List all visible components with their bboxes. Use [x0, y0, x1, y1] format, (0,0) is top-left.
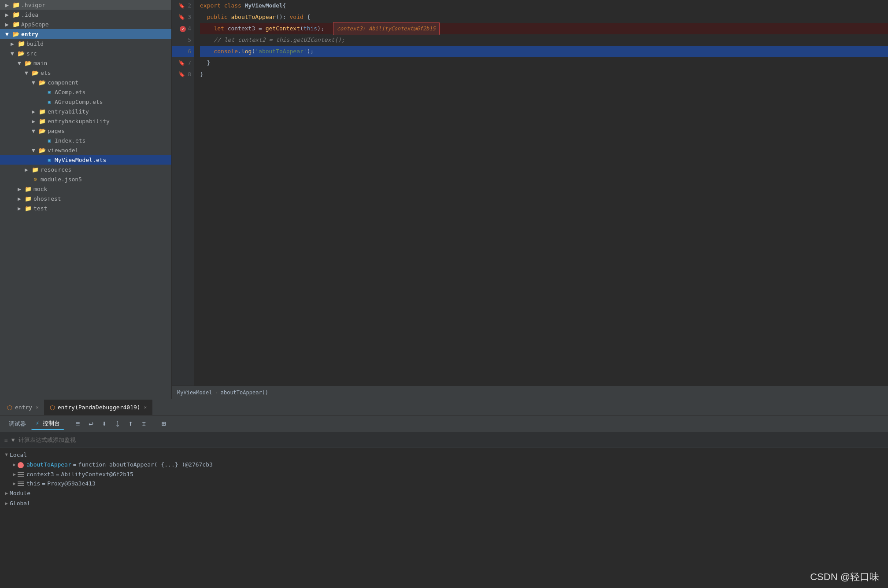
- console-icon: ⚡: [36, 420, 39, 426]
- sidebar-item-label: .hvigor: [21, 2, 45, 8]
- token-ctx3: context3: [228, 23, 255, 34]
- toolbar-separator-2: [154, 419, 154, 428]
- token-close2: }: [200, 69, 204, 80]
- main-area: ▶ 📁 .hvigor ▶ 📁 .idea ▶ 📁 AppScope ▼ 📂 e…: [0, 0, 888, 399]
- btn-table-view[interactable]: ⊞: [158, 418, 170, 430]
- sidebar-item-ets[interactable]: ▼ 📂 ets: [0, 68, 171, 77]
- sidebar-item-modulejson[interactable]: ⚙ module.json5: [0, 174, 171, 184]
- sidebar-item-entrybackupability[interactable]: ▶ 📁 entrybackupability: [0, 116, 171, 126]
- var-item-aboutToAppear[interactable]: ▶ aboutToAppear = function aboutToAppear…: [0, 460, 888, 470]
- debugger-tab-label: 调试器: [9, 420, 26, 427]
- spacer-icon: [37, 156, 44, 163]
- console-tab[interactable]: ⚡ 控制台: [31, 418, 64, 430]
- console-tab-label: 控制台: [43, 420, 60, 426]
- chevron-right-icon: ▶: [4, 1, 11, 8]
- folder-open-icon: 📂: [12, 30, 19, 37]
- code-line-4: let context3 = getContext(this); context…: [200, 23, 888, 34]
- sidebar-item-label: .idea: [21, 11, 38, 18]
- bookmark-icon-7: 🔖: [178, 57, 185, 69]
- line-num-3: 🔖 3: [172, 11, 194, 23]
- sidebar-item-viewmodel[interactable]: ▼ 📂 viewmodel: [0, 145, 171, 155]
- sidebar-item-idea[interactable]: ▶ 📁 .idea: [0, 10, 171, 19]
- sidebar-item-ohostest[interactable]: ▶ 📁 ohosTest: [0, 194, 171, 203]
- sidebar-item-acomp[interactable]: ▣ AComp.ets: [0, 87, 171, 97]
- sidebar-item-entry[interactable]: ▼ 📂 entry: [0, 29, 171, 39]
- token-void: void: [290, 11, 303, 23]
- token-close1: }: [200, 57, 210, 69]
- sidebar-item-index-ets[interactable]: ▣ Index.ets: [0, 136, 171, 145]
- watch-expression-input[interactable]: [18, 437, 884, 443]
- sidebar-item-agroupcomp[interactable]: ▣ AGroupComp.ets: [0, 97, 171, 107]
- sidebar-item-label: entryability: [48, 108, 89, 115]
- chevron-down-icon: ▼: [16, 59, 23, 66]
- sidebar-item-mock[interactable]: ▶ 📁 mock: [0, 184, 171, 194]
- sidebar-item-label: entry: [21, 31, 38, 37]
- folder-icon: 📁: [32, 166, 39, 173]
- chevron-right-icon: ▶: [16, 185, 23, 192]
- var-item-context3[interactable]: ▶ context3 = AbilityContext@6f2b15: [0, 470, 888, 479]
- file-ets-icon: ▣: [46, 98, 53, 105]
- folder-icon: 📁: [25, 185, 32, 192]
- sidebar-item-hvigor[interactable]: ▶ 📁 .hvigor: [0, 0, 171, 10]
- module-expand-arrow: ▶: [5, 491, 8, 496]
- tab-entry-close[interactable]: ✕: [36, 404, 39, 410]
- chevron-right-icon: ▶: [30, 108, 37, 115]
- module-section-label: Module: [10, 490, 30, 496]
- btn-list[interactable]: ≡: [72, 418, 84, 430]
- code-lines: export class MyViewModel{ public aboutTo…: [194, 0, 888, 386]
- sidebar-item-main[interactable]: ▼ 📂 main: [0, 58, 171, 68]
- spacer-icon: [37, 88, 44, 96]
- folder-icon: 📁: [39, 108, 46, 115]
- debug-tab-panda-icon: ⬡: [50, 404, 55, 411]
- btn-step-into[interactable]: ⬇: [98, 418, 111, 430]
- watch-mode-icon[interactable]: ≡: [4, 437, 8, 443]
- tab-entry-panda[interactable]: ⬡ entry(PandaDebugger4019) ✕: [44, 400, 152, 415]
- step-into-icon: ⬇: [102, 419, 107, 428]
- sidebar-item-label: entrybackupability: [48, 118, 110, 125]
- chevron-down-icon: ▼: [30, 127, 37, 134]
- local-section-header[interactable]: ▶ Local: [0, 450, 888, 460]
- tab-entry-panda-close[interactable]: ✕: [144, 404, 147, 410]
- chevron-right-icon: ▶: [16, 195, 23, 202]
- var-eq-this: =: [42, 480, 45, 487]
- global-section-label: Global: [10, 500, 30, 507]
- token-str: 'aboutToAppear': [255, 46, 307, 57]
- code-editor: 🔖 2 🔖 3 ✓ 4 5: [172, 0, 888, 399]
- chevron-right-icon: ▶: [16, 205, 23, 212]
- module-section-header[interactable]: ▶ Module: [0, 488, 888, 498]
- code-view[interactable]: 🔖 2 🔖 3 ✓ 4 5: [172, 0, 888, 386]
- folder-icon: 📁: [39, 118, 46, 125]
- sidebar-item-entryability[interactable]: ▶ 📁 entryability: [0, 107, 171, 116]
- chevron-right-icon: ▶: [9, 40, 16, 47]
- btn-step-over-deep[interactable]: ⤵: [111, 418, 124, 430]
- global-section-header[interactable]: ▶ Global: [0, 498, 888, 508]
- token-public: public: [200, 11, 231, 23]
- var-expand-arrow-fn: ▶: [13, 462, 16, 467]
- sidebar-item-appscope[interactable]: ▶ 📁 AppScope: [0, 19, 171, 29]
- btn-step-back[interactable]: ↩: [85, 418, 97, 430]
- sidebar-item-myviewmodel[interactable]: ▣ MyViewModel.ets: [0, 155, 171, 165]
- bottom-panel: ⬡ entry ✕ ⬡ entry(PandaDebugger4019) ✕ 调…: [0, 399, 888, 588]
- token-dot: .: [238, 46, 241, 57]
- sidebar-item-build[interactable]: ▶ 📁 build: [0, 39, 171, 48]
- var-item-this[interactable]: ▶ this = Proxy@59a3e413: [0, 479, 888, 488]
- watch-dropdown-icon[interactable]: ▼: [11, 437, 15, 443]
- btn-step-out[interactable]: ⬆: [125, 418, 137, 430]
- chevron-right-icon: ▶: [4, 11, 11, 18]
- sidebar-item-component[interactable]: ▼ 📂 component: [0, 77, 171, 87]
- breadcrumb-part-1: MyViewModel: [177, 390, 212, 396]
- debugger-tab[interactable]: 调试器: [4, 418, 30, 430]
- line-num-7: 🔖 7: [172, 57, 194, 69]
- sidebar-item-test[interactable]: ▶ 📁 test: [0, 203, 171, 213]
- folder-open-icon: 📂: [18, 50, 25, 57]
- token-eq: =: [255, 23, 265, 34]
- sidebar-item-src[interactable]: ▼ 📂 src: [0, 48, 171, 58]
- tab-entry[interactable]: ⬡ entry ✕: [2, 400, 44, 415]
- file-json-icon: ⚙: [32, 176, 39, 183]
- btn-run-cursor[interactable]: ⌶: [138, 418, 150, 430]
- sidebar-item-resources[interactable]: ▶ 📁 resources: [0, 165, 171, 174]
- sidebar-item-pages[interactable]: ▼ 📂 pages: [0, 126, 171, 136]
- token-comment: // let context2 = this.getUIContext();: [200, 34, 345, 46]
- chevron-down-icon: ▼: [30, 147, 37, 154]
- var-val-this: Proxy@59a3e413: [47, 480, 96, 487]
